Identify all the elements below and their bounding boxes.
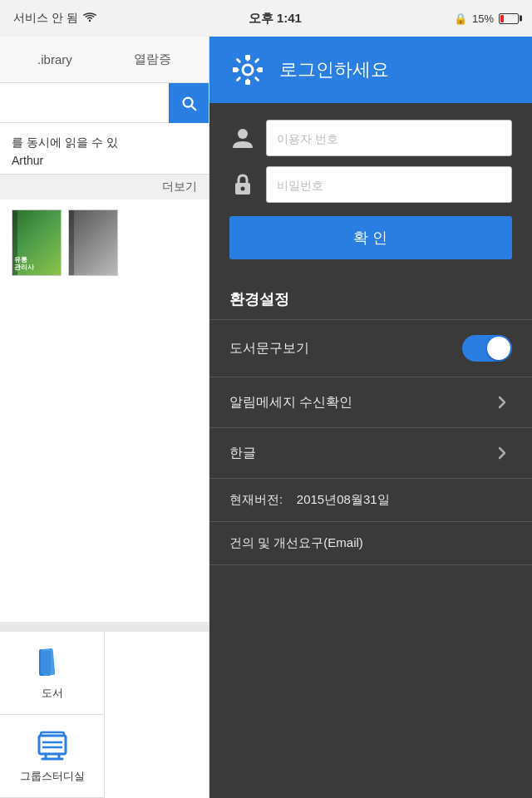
chevron-icon-2 [494,445,510,461]
svg-point-7 [243,65,253,75]
main-layout: .ibrary 열람증 를 동시에 읽을 수 있 Arthur 더보기 유 [0,37,532,798]
section-divider [0,622,209,632]
password-lock-icon [231,173,254,196]
book-label: 도서 [42,686,63,701]
notification-chevron [492,392,512,412]
password-input[interactable] [266,166,512,203]
language-chevron [492,443,512,463]
settings-title: 환경설정 [209,276,532,319]
settings-version: 현재버전: 2015년08월31일 [209,479,532,522]
login-title: 로그인하세요 [279,57,389,82]
settings-item-book-view[interactable]: 도서문구보기 [209,320,532,377]
lock-icon: 🔒 [454,12,467,25]
status-right: 🔒 15% [454,12,519,25]
bottom-icons: 도서 그룹스터디실 [0,632,209,798]
battery-icon [499,13,519,24]
chevron-right-icon [492,392,512,412]
gear-icon [231,53,264,86]
search-bar [0,83,209,123]
settings-item-notification[interactable]: 알림메세지 수신확인 [209,377,532,428]
username-input[interactable] [266,120,512,156]
books-author: Arthur [12,154,43,167]
email-label: 건의 및 개선요구(Email) [229,535,363,549]
login-form: 확 인 [209,103,532,276]
left-panel: .ibrary 열람증 를 동시에 읽을 수 있 Arthur 더보기 유 [0,37,209,798]
user-icon-container [229,125,256,151]
books-description: 를 동시에 읽을 수 있 Arthur [0,123,209,174]
chevron-icon [494,394,510,411]
books-text-main: 를 동시에 읽을 수 있 [12,135,118,149]
right-panel: 로그인하세요 [209,37,532,798]
study-room-icon-item[interactable]: 그룹스터디실 [0,715,105,798]
svg-point-14 [241,187,245,191]
username-row [229,120,512,156]
status-time: 오후 1:41 [249,11,302,27]
book-thumbnails: 유통관리사 [0,200,209,286]
settings-section: 환경설정 도서문구보기 알림메세지 수신확인 [209,276,532,798]
toggle-knob [487,337,510,360]
notification-label: 알림메세지 수신확인 [229,394,352,411]
book-icon [36,646,69,679]
svg-rect-4 [39,736,66,754]
book-view-toggle[interactable] [462,335,512,362]
more-button[interactable]: 더보기 [0,174,209,200]
user-icon [231,126,254,150]
password-row [229,166,512,203]
left-header: .ibrary 열람증 [0,37,209,83]
book-icon-item[interactable]: 도서 [0,632,105,715]
study-room-label: 그룹스터디실 [20,769,85,784]
version-value: 2015년08월31일 [297,492,390,506]
version-label: 현재버전: [229,492,283,506]
confirm-button[interactable]: 확 인 [229,216,512,259]
status-bar: 서비스 안 됨 오후 1:41 🔒 15% [0,0,532,37]
svg-point-12 [238,129,248,139]
search-input[interactable] [0,83,169,122]
svg-rect-11 [258,67,263,72]
svg-rect-9 [245,80,250,85]
svg-point-0 [89,19,91,21]
svg-rect-10 [233,67,238,72]
books-section: 를 동시에 읽을 수 있 Arthur 더보기 유통관리사 [0,123,209,622]
search-icon [180,94,198,112]
tab-library[interactable]: .ibrary [31,49,79,70]
svg-rect-8 [245,55,250,60]
language-label: 한글 [229,445,256,462]
tab-card[interactable]: 열람증 [127,48,178,71]
search-button[interactable] [169,83,209,123]
book-thumb-1[interactable]: 유통관리사 [12,209,62,276]
lock-icon-container [229,171,256,198]
book-view-label: 도서문구보기 [229,340,309,357]
version-text: 현재버전: 2015년08월31일 [229,492,390,506]
right-header: 로그인하세요 [209,37,532,103]
battery-percent: 15% [472,12,494,25]
toggle-container [462,335,512,362]
svg-rect-3 [41,651,51,674]
study-room-icon [36,729,69,762]
settings-email[interactable]: 건의 및 개선요구(Email) [209,522,532,565]
status-left: 서비스 안 됨 [13,11,96,26]
wifi-icon [83,12,96,26]
book-thumb-2[interactable] [68,209,118,276]
settings-item-language[interactable]: 한글 [209,428,532,479]
chevron-right-icon-2 [492,443,512,463]
gear-icon-container [229,52,266,88]
carrier-text: 서비스 안 됨 [13,11,78,26]
